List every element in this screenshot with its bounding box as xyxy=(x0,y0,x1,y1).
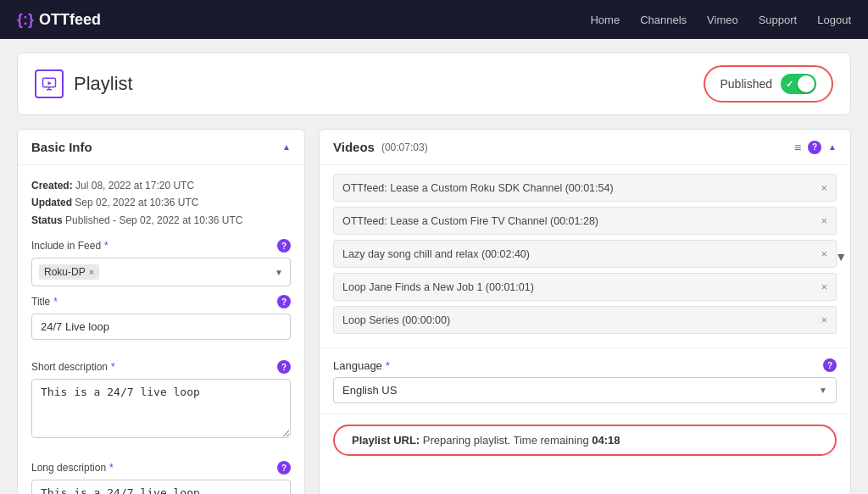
title-field: Title * ? xyxy=(31,295,291,352)
navbar: {:} OTTfeed Home Channels Vimeo Support … xyxy=(0,0,868,39)
published-area: Published ✓ xyxy=(704,65,834,103)
title-label-row: Title * ? xyxy=(31,295,291,308)
include-required: * xyxy=(104,240,108,252)
brand-logo: {:} OTTfeed xyxy=(17,11,101,29)
videos-title: Videos xyxy=(333,140,375,154)
video-item-2: OTTfeed: Lease a Custom Fire TV Channel … xyxy=(333,207,837,235)
basic-info-header: Basic Info ▲ xyxy=(18,130,304,165)
nav-vimeo[interactable]: Vimeo xyxy=(707,14,738,26)
short-desc-input[interactable] xyxy=(31,379,291,438)
scroll-right-icon[interactable]: ▼ xyxy=(832,247,850,267)
videos-collapse-icon[interactable]: ▲ xyxy=(828,142,837,152)
playlist-icon xyxy=(35,69,64,98)
videos-help-icon[interactable]: ? xyxy=(808,141,821,154)
language-help-icon[interactable]: ? xyxy=(823,358,837,372)
title-required: * xyxy=(53,296,58,308)
tag-remove-icon[interactable]: × xyxy=(89,267,94,277)
playlist-url-label: Playlist URL: xyxy=(352,434,420,447)
basic-info-panel: Basic Info ▲ Created: Jul 08, 2022 at 17… xyxy=(17,129,305,494)
nav-support[interactable]: Support xyxy=(759,14,798,26)
playlist-url-time: 04:18 xyxy=(592,434,620,447)
updated-date: Sep 02, 2022 at 10:36 UTC xyxy=(75,197,198,208)
video-item-1: OTTfeed: Lease a Custom Roku SDK Channel… xyxy=(333,174,837,202)
include-tag-input[interactable]: Roku-DP × ▼ xyxy=(31,258,291,286)
content-grid: Basic Info ▲ Created: Jul 08, 2022 at 17… xyxy=(17,129,851,494)
video-label-3: Lazy day song chill and relax (00:02:40) xyxy=(342,248,530,260)
video-label-5: Loop Series (00:00:00) xyxy=(342,314,450,326)
language-value: English US xyxy=(342,384,397,397)
basic-info-collapse-icon[interactable]: ▲ xyxy=(282,142,291,152)
long-desc-input[interactable] xyxy=(31,480,291,494)
published-toggle[interactable]: ✓ xyxy=(781,74,816,94)
videos-header: Videos (00:07:03) ≡ ? ▲ xyxy=(320,130,850,165)
include-help-icon[interactable]: ? xyxy=(277,239,291,253)
page-title: Playlist xyxy=(74,73,133,95)
videos-header-icons: ≡ ? ▲ xyxy=(794,141,837,154)
language-section: Language * ? English US ▼ xyxy=(320,347,850,414)
video-remove-3[interactable]: × xyxy=(821,247,827,260)
videos-list-icon[interactable]: ≡ xyxy=(794,141,801,154)
include-label: Include in Feed * ? xyxy=(31,239,291,253)
long-desc-field: Long description * ? xyxy=(31,461,291,494)
language-label-row: Language * ? xyxy=(333,358,837,372)
playlist-url-section: Playlist URL: Preparing playlist. Time r… xyxy=(320,414,850,466)
short-desc-required: * xyxy=(111,361,115,373)
nav-logout[interactable]: Logout xyxy=(817,14,851,26)
language-required: * xyxy=(386,359,390,372)
videos-title-row: Videos (00:07:03) xyxy=(333,140,428,154)
basic-info-title: Basic Info xyxy=(31,140,92,154)
published-label: Published xyxy=(721,77,773,91)
title-input[interactable] xyxy=(31,314,291,340)
toggle-knob xyxy=(798,75,815,92)
video-item-5: Loop Series (00:00:00) × xyxy=(333,306,837,334)
toggle-check-icon: ✓ xyxy=(786,79,793,90)
video-item-4: Loop Jane Finds a New Job 1 (00:01:01) × xyxy=(333,273,837,301)
title-help-icon[interactable]: ? xyxy=(277,295,291,308)
long-desc-required: * xyxy=(109,462,114,474)
svg-marker-3 xyxy=(48,81,53,86)
basic-info-body: Created: Jul 08, 2022 at 17:20 UTC Updat… xyxy=(18,165,304,494)
video-label-2: OTTfeed: Lease a Custom Fire TV Channel … xyxy=(342,215,598,227)
nav-links: Home Channels Vimeo Support Logout xyxy=(590,14,851,26)
short-desc-help-icon[interactable]: ? xyxy=(277,360,291,374)
short-desc-field: Short description * ? xyxy=(31,360,291,452)
short-desc-label-row: Short description * ? xyxy=(31,360,291,374)
brand-bracket: {:} xyxy=(17,11,34,29)
language-select[interactable]: English US ▼ xyxy=(333,377,837,403)
brand-name: OTTfeed xyxy=(39,11,101,29)
page: Playlist Published ✓ Basic Info ▲ Create… xyxy=(0,39,868,494)
title-area: Playlist xyxy=(35,69,133,98)
long-desc-label-row: Long description * ? xyxy=(31,461,291,475)
long-desc-help-icon[interactable]: ? xyxy=(277,461,291,475)
video-item-3: Lazy day song chill and relax (00:02:40)… xyxy=(333,240,837,268)
meta-info: Created: Jul 08, 2022 at 17:20 UTC Updat… xyxy=(31,177,291,229)
nav-channels[interactable]: Channels xyxy=(640,14,687,26)
include-tag: Roku-DP × xyxy=(39,264,99,280)
language-label: Language xyxy=(333,359,382,372)
video-list: OTTfeed: Lease a Custom Roku SDK Channel… xyxy=(320,165,850,347)
include-dropdown-arrow[interactable]: ▼ xyxy=(275,268,283,277)
video-remove-2[interactable]: × xyxy=(821,214,827,227)
video-remove-4[interactable]: × xyxy=(821,280,827,293)
status-value: Published - Sep 02, 2022 at 10:36 UTC xyxy=(65,214,242,226)
language-dropdown-arrow: ▼ xyxy=(819,386,827,395)
playlist-duration: (00:07:03) xyxy=(381,142,428,153)
videos-scroll-area: OTTfeed: Lease a Custom Roku SDK Channel… xyxy=(320,165,850,347)
created-date: Jul 08, 2022 at 17:20 UTC xyxy=(75,180,194,191)
videos-panel: Videos (00:07:03) ≡ ? ▲ OTTfeed: Lease a… xyxy=(319,129,851,494)
page-header: Playlist Published ✓ xyxy=(17,53,851,115)
playlist-url-box: Playlist URL: Preparing playlist. Time r… xyxy=(333,425,837,456)
video-label-1: OTTfeed: Lease a Custom Roku SDK Channel… xyxy=(342,182,614,194)
include-field: Include in Feed * ? Roku-DP × ▼ xyxy=(31,239,291,286)
playlist-url-message: Preparing playlist. Time remaining xyxy=(423,434,592,447)
nav-home[interactable]: Home xyxy=(590,14,620,26)
video-label-4: Loop Jane Finds a New Job 1 (00:01:01) xyxy=(342,281,534,293)
video-remove-1[interactable]: × xyxy=(821,181,827,194)
video-remove-5[interactable]: × xyxy=(821,314,827,326)
